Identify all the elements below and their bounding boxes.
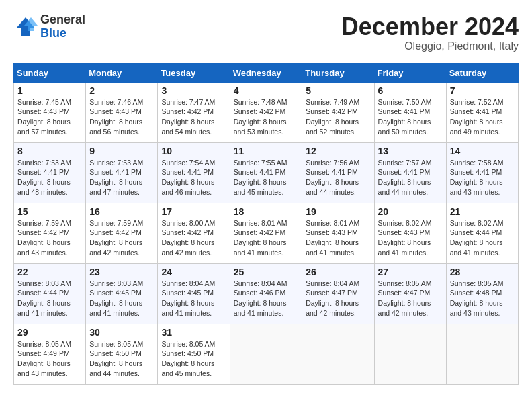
day-number: 18 (234, 206, 299, 217)
day-info: Sunrise: 7:52 AM Sunset: 4:41 PM Dayligh… (450, 97, 515, 137)
day-info: Sunrise: 8:05 AM Sunset: 4:50 PM Dayligh… (89, 339, 154, 379)
calendar-cell: 6Sunrise: 7:50 AM Sunset: 4:41 PM Daylig… (374, 82, 446, 142)
day-number: 31 (161, 327, 226, 338)
calendar-cell: 29Sunrise: 8:05 AM Sunset: 4:49 PM Dayli… (14, 324, 86, 384)
calendar-cell: 1Sunrise: 7:45 AM Sunset: 4:43 PM Daylig… (14, 82, 86, 142)
day-number: 13 (378, 146, 443, 156)
calendar-cell: 13Sunrise: 7:57 AM Sunset: 4:41 PM Dayli… (374, 142, 446, 203)
calendar-cell: 27Sunrise: 8:05 AM Sunset: 4:47 PM Dayli… (374, 263, 446, 324)
calendar-header-tuesday: Tuesday (158, 63, 230, 82)
calendar-cell: 24Sunrise: 8:04 AM Sunset: 4:45 PM Dayli… (158, 263, 230, 324)
day-info: Sunrise: 7:59 AM Sunset: 4:42 PM Dayligh… (89, 218, 154, 258)
day-number: 17 (161, 206, 226, 217)
day-number: 26 (306, 267, 370, 277)
logo-text: General Blue (40, 13, 85, 40)
calendar-cell (446, 324, 518, 384)
calendar-header-sunday: Sunday (14, 63, 86, 82)
calendar-cell (230, 324, 302, 384)
day-info: Sunrise: 7:59 AM Sunset: 4:42 PM Dayligh… (17, 218, 82, 258)
day-number: 28 (450, 267, 515, 277)
logo-general: General (40, 13, 85, 26)
calendar-cell: 25Sunrise: 8:04 AM Sunset: 4:46 PM Dayli… (230, 263, 302, 324)
month-title: December 2024 (341, 13, 519, 40)
day-number: 16 (89, 206, 154, 217)
day-number: 12 (306, 146, 370, 156)
calendar-week-row: 8Sunrise: 7:53 AM Sunset: 4:41 PM Daylig… (14, 142, 519, 203)
day-number: 22 (17, 267, 82, 277)
calendar-cell: 26Sunrise: 8:04 AM Sunset: 4:47 PM Dayli… (302, 263, 374, 324)
day-info: Sunrise: 8:05 AM Sunset: 4:48 PM Dayligh… (450, 279, 515, 318)
calendar-cell (374, 324, 446, 384)
day-info: Sunrise: 8:04 AM Sunset: 4:45 PM Dayligh… (161, 279, 226, 318)
logo-blue: Blue (40, 26, 66, 40)
day-info: Sunrise: 8:00 AM Sunset: 4:42 PM Dayligh… (161, 218, 226, 258)
calendar-week-row: 22Sunrise: 8:03 AM Sunset: 4:44 PM Dayli… (14, 263, 519, 324)
title-area: December 2024 Oleggio, Piedmont, Italy (341, 13, 519, 52)
calendar-cell: 28Sunrise: 8:05 AM Sunset: 4:48 PM Dayli… (446, 263, 518, 324)
day-info: Sunrise: 8:02 AM Sunset: 4:43 PM Dayligh… (378, 218, 443, 258)
calendar-cell: 17Sunrise: 8:00 AM Sunset: 4:42 PM Dayli… (158, 203, 230, 263)
calendar-cell: 23Sunrise: 8:03 AM Sunset: 4:45 PM Dayli… (86, 263, 158, 324)
calendar-cell: 12Sunrise: 7:56 AM Sunset: 4:41 PM Dayli… (302, 142, 374, 203)
calendar-week-row: 15Sunrise: 7:59 AM Sunset: 4:42 PM Dayli… (14, 203, 519, 263)
day-info: Sunrise: 7:57 AM Sunset: 4:41 PM Dayligh… (378, 158, 443, 197)
day-info: Sunrise: 8:01 AM Sunset: 4:42 PM Dayligh… (234, 218, 299, 258)
day-number: 3 (161, 85, 226, 96)
calendar-cell: 3Sunrise: 7:47 AM Sunset: 4:42 PM Daylig… (158, 82, 230, 142)
calendar-cell: 7Sunrise: 7:52 AM Sunset: 4:41 PM Daylig… (446, 82, 518, 142)
day-number: 24 (161, 267, 226, 277)
day-number: 5 (306, 85, 370, 96)
day-info: Sunrise: 8:05 AM Sunset: 4:47 PM Dayligh… (378, 279, 443, 318)
day-info: Sunrise: 7:53 AM Sunset: 4:41 PM Dayligh… (17, 158, 82, 197)
location: Oleggio, Piedmont, Italy (341, 40, 519, 52)
calendar-cell: 22Sunrise: 8:03 AM Sunset: 4:44 PM Dayli… (14, 263, 86, 324)
day-number: 2 (89, 85, 154, 96)
day-number: 10 (161, 146, 226, 156)
day-number: 23 (89, 267, 154, 277)
day-number: 25 (234, 267, 299, 277)
calendar-cell: 5Sunrise: 7:49 AM Sunset: 4:42 PM Daylig… (302, 82, 374, 142)
calendar-cell: 9Sunrise: 7:53 AM Sunset: 4:41 PM Daylig… (86, 142, 158, 203)
calendar-header-friday: Friday (374, 63, 446, 82)
day-number: 7 (450, 85, 515, 96)
day-number: 14 (450, 146, 515, 156)
day-number: 9 (89, 146, 154, 156)
calendar-week-row: 29Sunrise: 8:05 AM Sunset: 4:49 PM Dayli… (14, 324, 519, 384)
day-info: Sunrise: 7:54 AM Sunset: 4:41 PM Dayligh… (161, 158, 226, 197)
day-info: Sunrise: 7:45 AM Sunset: 4:43 PM Dayligh… (17, 97, 82, 137)
calendar-cell: 11Sunrise: 7:55 AM Sunset: 4:41 PM Dayli… (230, 142, 302, 203)
calendar-week-row: 1Sunrise: 7:45 AM Sunset: 4:43 PM Daylig… (14, 82, 519, 142)
day-info: Sunrise: 7:47 AM Sunset: 4:42 PM Dayligh… (161, 97, 226, 137)
day-info: Sunrise: 8:03 AM Sunset: 4:45 PM Dayligh… (89, 279, 154, 318)
day-number: 30 (89, 327, 154, 338)
calendar-cell: 16Sunrise: 7:59 AM Sunset: 4:42 PM Dayli… (86, 203, 158, 263)
day-number: 1 (17, 85, 82, 96)
day-info: Sunrise: 8:01 AM Sunset: 4:43 PM Dayligh… (306, 218, 370, 258)
day-info: Sunrise: 8:04 AM Sunset: 4:47 PM Dayligh… (306, 279, 370, 318)
calendar-header-saturday: Saturday (446, 63, 518, 82)
day-number: 20 (378, 206, 443, 217)
calendar-cell: 20Sunrise: 8:02 AM Sunset: 4:43 PM Dayli… (374, 203, 446, 263)
day-info: Sunrise: 8:05 AM Sunset: 4:50 PM Dayligh… (161, 339, 226, 379)
day-number: 6 (378, 85, 443, 96)
day-number: 19 (306, 206, 370, 217)
day-number: 21 (450, 206, 515, 217)
calendar-cell: 21Sunrise: 8:02 AM Sunset: 4:44 PM Dayli… (446, 203, 518, 263)
calendar-header-row: SundayMondayTuesdayWednesdayThursdayFrid… (14, 63, 519, 82)
calendar-cell: 19Sunrise: 8:01 AM Sunset: 4:43 PM Dayli… (302, 203, 374, 263)
day-number: 29 (17, 327, 82, 338)
day-info: Sunrise: 8:05 AM Sunset: 4:49 PM Dayligh… (17, 339, 82, 379)
calendar-cell: 18Sunrise: 8:01 AM Sunset: 4:42 PM Dayli… (230, 203, 302, 263)
logo-icon (13, 15, 38, 39)
calendar-header-wednesday: Wednesday (230, 63, 302, 82)
day-info: Sunrise: 8:03 AM Sunset: 4:44 PM Dayligh… (17, 279, 82, 318)
day-info: Sunrise: 7:49 AM Sunset: 4:42 PM Dayligh… (306, 97, 370, 137)
calendar-cell: 15Sunrise: 7:59 AM Sunset: 4:42 PM Dayli… (14, 203, 86, 263)
day-info: Sunrise: 7:46 AM Sunset: 4:43 PM Dayligh… (89, 97, 154, 137)
calendar-header-thursday: Thursday (302, 63, 374, 82)
day-info: Sunrise: 7:50 AM Sunset: 4:41 PM Dayligh… (378, 97, 443, 137)
day-number: 8 (17, 146, 82, 156)
day-info: Sunrise: 8:04 AM Sunset: 4:46 PM Dayligh… (234, 279, 299, 318)
page-header: General Blue December 2024 Oleggio, Pied… (13, 13, 519, 52)
day-info: Sunrise: 7:58 AM Sunset: 4:41 PM Dayligh… (450, 158, 515, 197)
